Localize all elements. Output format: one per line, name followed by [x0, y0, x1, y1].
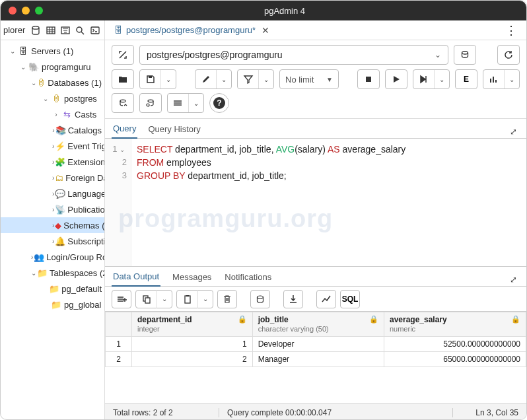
tree-tablespaces[interactable]: ⌄📁Tablespaces (2): [1, 265, 104, 281]
commit-button[interactable]: [112, 93, 134, 113]
sidebar-table-icon[interactable]: [44, 22, 57, 38]
folder-icon: 📁: [49, 284, 59, 294]
close-window-icon[interactable]: [9, 7, 17, 15]
rollback-button[interactable]: [139, 93, 162, 113]
lock-icon: 🔒: [511, 315, 520, 324]
explain-button[interactable]: ⌄: [413, 69, 450, 89]
table-row[interactable]: 1 1 Developer 52500.000000000000: [106, 337, 526, 352]
editor-tabbar: 🗄 postgres/postgres@programguru* ✕ ⋮: [105, 20, 526, 40]
tab-menu-icon[interactable]: ⋮: [503, 23, 520, 38]
paste-button[interactable]: ⌄: [176, 290, 213, 308]
chart-button[interactable]: ⌄: [483, 69, 520, 89]
close-tab-icon[interactable]: ✕: [262, 25, 269, 36]
execute-button[interactable]: [385, 69, 407, 89]
tree-ts-global[interactable]: 📁pg_global: [1, 297, 104, 312]
sidebar-filter-icon[interactable]: [59, 22, 72, 38]
chevron-down-icon[interactable]: ⌄: [161, 70, 176, 88]
edit-button[interactable]: ⌄: [195, 69, 232, 89]
sql-editor[interactable]: 1 ⌄ 2 3 SELECT department_id, job_title,…: [105, 139, 526, 267]
delete-row-button[interactable]: [217, 290, 237, 308]
server-group-icon: 🗄: [17, 46, 29, 56]
connection-select[interactable]: postgres/postgres@programguru ⌄: [139, 45, 448, 65]
col-average-salary[interactable]: average_salary🔒numeric: [384, 312, 526, 337]
svg-rect-4: [91, 27, 99, 34]
limit-select[interactable]: No limit ▼: [279, 69, 339, 89]
code-area[interactable]: SELECT department_id, job_title, AVG(sal…: [131, 139, 526, 266]
svg-point-10: [147, 104, 149, 106]
tablespaces-icon: 📁: [37, 268, 48, 278]
sidebar-search-icon[interactable]: [73, 22, 87, 38]
chevron-down-icon[interactable]: ⌄: [189, 94, 203, 112]
stop-button[interactable]: [357, 69, 380, 89]
tree-languages[interactable]: ›💬Languages: [1, 186, 104, 201]
window-controls[interactable]: [9, 7, 43, 15]
editor-tab[interactable]: 🗄 postgres/postgres@programguru* ✕: [112, 25, 272, 36]
tree-casts[interactable]: ›⇆Casts: [1, 106, 104, 122]
chevron-down-icon[interactable]: ⌄: [217, 70, 231, 88]
line-gutter: 1 ⌄ 2 3: [105, 139, 131, 266]
minimize-window-icon[interactable]: [22, 7, 30, 15]
filter-button[interactable]: ⌄: [237, 69, 274, 89]
add-row-button[interactable]: [112, 290, 131, 308]
explain-analyze-button[interactable]: E: [455, 69, 477, 89]
svg-point-12: [174, 102, 175, 104]
tree-databases[interactable]: ⌄🛢Databases (1): [1, 75, 104, 90]
tab-query[interactable]: Query: [112, 120, 137, 139]
tree-subscriptions[interactable]: ›🔔Subscriptions: [1, 233, 104, 249]
macro-button[interactable]: ⌄: [167, 93, 204, 113]
tab-messages[interactable]: Messages: [171, 268, 213, 286]
save-data-button[interactable]: [250, 290, 270, 308]
connection-label: postgres/postgres@programguru: [147, 50, 283, 60]
query-toolbar: ⌄ ⌄ ⌄ No limit ▼ ⌄ E: [105, 69, 526, 93]
tree-ts-default[interactable]: 📁pg_default: [1, 281, 104, 297]
sidebar-db-icon[interactable]: [29, 22, 42, 38]
object-tree: ⌄🗄Servers (1) ⌄🐘programguru ⌄🛢Databases …: [1, 40, 104, 420]
tree-extensions[interactable]: ›🧩Extensions: [1, 154, 104, 170]
chevron-down-icon[interactable]: ⌄: [259, 70, 273, 88]
database-icon: 🗄: [114, 25, 123, 35]
save-button[interactable]: ⌄: [139, 69, 176, 89]
chevron-down-icon: ▼: [326, 76, 333, 83]
tree-db-postgres[interactable]: ⌄🛢postgres: [1, 90, 104, 106]
help-button[interactable]: ?: [209, 93, 229, 113]
status-total-rows: Total rows: 2 of 2: [113, 408, 219, 417]
tree-event-triggers[interactable]: ›⚡Event Triggers: [1, 138, 104, 154]
query-subtabs: Query Query History ⤢: [105, 119, 526, 139]
lock-icon: 🔒: [238, 315, 247, 324]
sidebar-terminal-icon[interactable]: [88, 22, 102, 38]
tab-data-output[interactable]: Data Output: [112, 267, 160, 287]
new-connection-button[interactable]: [454, 45, 476, 65]
maximize-window-icon[interactable]: [35, 7, 43, 15]
expand-icon[interactable]: ⤢: [507, 273, 520, 286]
tree-servers[interactable]: ⌄🗄Servers (1): [1, 43, 104, 59]
svg-point-9: [148, 100, 153, 102]
tree-catalogs[interactable]: ›📚Catalogs: [1, 122, 104, 138]
subscriptions-icon: 🔔: [55, 236, 65, 246]
reset-layout-button[interactable]: [497, 45, 520, 65]
tree-fdw[interactable]: ›🗂Foreign Data W: [1, 170, 104, 186]
copy-button[interactable]: ⌄: [135, 290, 172, 308]
app-title: pgAdmin 4: [51, 6, 518, 16]
chevron-down-icon[interactable]: ⌄: [198, 290, 213, 308]
open-file-button[interactable]: [112, 69, 134, 89]
col-job-title[interactable]: job_title🔒character varying (50): [252, 312, 384, 337]
chevron-down-icon[interactable]: ⌄: [435, 70, 449, 88]
tab-notifications[interactable]: Notifications: [223, 268, 273, 286]
connection-status-icon[interactable]: [112, 45, 134, 65]
graph-button[interactable]: [316, 290, 336, 308]
chevron-down-icon[interactable]: ⌄: [157, 290, 172, 308]
result-grid[interactable]: department_id🔒integer job_title🔒characte…: [105, 312, 526, 367]
folder-icon: 📁: [50, 300, 62, 310]
expand-icon[interactable]: ⤢: [507, 125, 520, 138]
download-button[interactable]: [283, 290, 303, 308]
tree-publications[interactable]: ›📡Publications: [1, 201, 104, 217]
col-department-id[interactable]: department_id🔒integer: [132, 312, 253, 337]
status-bar: Total rows: 2 of 2 Query complete 00:00:…: [105, 403, 526, 420]
table-row[interactable]: 2 2 Manager 65000.000000000000: [106, 352, 526, 367]
tab-query-history[interactable]: Query History: [147, 120, 201, 138]
tree-login-roles[interactable]: ›👥Login/Group Roles: [1, 249, 104, 265]
tree-server[interactable]: ⌄🐘programguru: [1, 59, 104, 75]
tree-schemas[interactable]: ›◆Schemas (1): [1, 217, 104, 233]
chevron-down-icon[interactable]: ⌄: [505, 70, 519, 88]
view-sql-button[interactable]: SQL: [340, 290, 360, 308]
